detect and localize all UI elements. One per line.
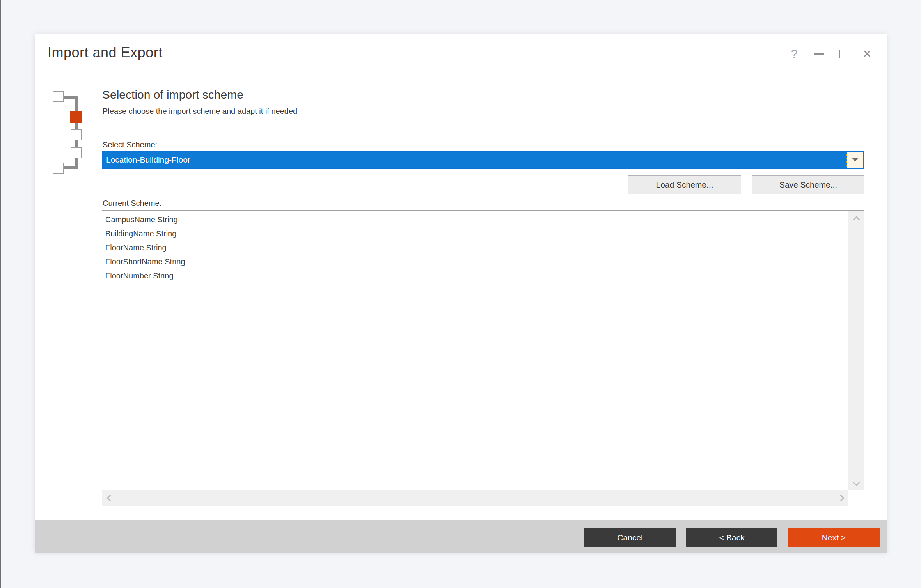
list-item[interactable]: FloorShortName String [102,255,848,269]
page-subtitle: Please choose the import scheme and adap… [103,107,297,116]
next-button[interactable]: Next > [788,528,880,547]
scroll-up-button[interactable] [848,211,864,226]
chevron-down-icon [853,479,860,486]
chevron-up-icon [853,216,860,223]
combobox-selected-value[interactable]: Location-Building-Floor [103,152,847,168]
back-button[interactable]: < Back [686,528,777,547]
page-title: Selection of import scheme [102,88,243,101]
import-export-dialog: Import and Export ? ✕ Selection of impor… [35,34,887,553]
select-scheme-label: Select Scheme: [103,140,157,149]
wizard-step-3 [71,129,82,140]
wizard-step-1 [53,91,64,102]
scroll-down-button[interactable] [848,475,864,490]
vertical-scrollbar[interactable] [848,211,864,490]
list-item[interactable]: CampusName String [102,213,848,227]
horizontal-scrollbar[interactable] [102,490,848,506]
save-scheme-button[interactable]: Save Scheme... [752,175,864,194]
wizard-step-4 [71,147,82,158]
window-edge-line [0,0,1,588]
combobox-dropdown-button[interactable] [847,152,863,168]
current-scheme-label: Current Scheme: [103,199,161,208]
list-item[interactable]: FloorNumber String [102,269,848,283]
scheme-combobox[interactable]: Location-Building-Floor [102,151,864,169]
maximize-button[interactable] [835,45,852,62]
help-button[interactable]: ? [786,45,803,62]
scheme-list-viewport: CampusName StringBuildingName StringFloo… [102,211,864,506]
minimize-icon [814,53,824,55]
window-title: Import and Export [48,44,163,61]
maximize-icon [839,50,848,58]
minimize-button[interactable] [811,45,828,62]
chevron-down-icon [852,158,858,162]
scroll-right-button[interactable] [833,490,848,506]
scroll-left-button[interactable] [102,490,118,506]
close-icon: ✕ [862,48,871,60]
wizard-step-5 [53,163,64,174]
footer-bar: Cancel < Back Next > [35,520,887,553]
close-button[interactable]: ✕ [859,45,876,62]
chevron-right-icon [837,494,844,501]
help-icon: ? [791,47,798,60]
list-item[interactable]: BuildingName String [102,227,848,241]
wizard-step-2 [70,111,82,123]
scheme-list-items: CampusName StringBuildingName StringFloo… [102,213,848,283]
wizard-connector-bottom [64,166,78,169]
load-scheme-button[interactable]: Load Scheme... [628,175,741,194]
chevron-left-icon [106,494,114,501]
list-item[interactable]: FloorName String [102,241,848,255]
cancel-button[interactable]: Cancel [584,528,676,547]
scheme-list: CampusName StringBuildingName StringFloo… [102,210,864,506]
wizard-connector-top [64,96,78,99]
